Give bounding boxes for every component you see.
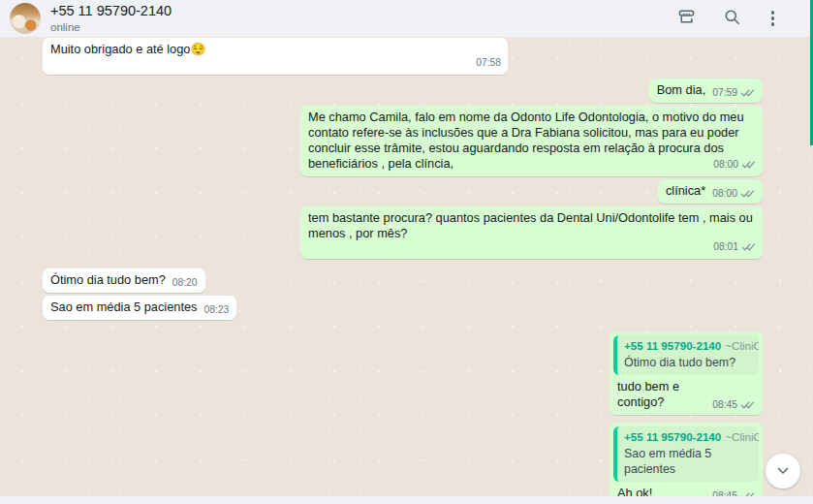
message-text: tem bastante procura? quantos pacientes …	[308, 210, 753, 240]
incoming-message-bubble[interactable]: Ótimo dia tudo bem? 08:20	[43, 268, 205, 293]
incoming-message-bubble[interactable]: Sao em média 5 pacientes 08:23	[43, 296, 236, 320]
message-meta: 08:01	[713, 239, 756, 255]
message-meta: 08:20	[172, 275, 198, 291]
message-list: Muito obrigado e até logo😌 07:58 Bom dia…	[0, 37, 813, 496]
message-row: Me chamo Camila, falo em nome da Odonto …	[43, 106, 763, 176]
message-text: Sao em média 5 pacientes	[50, 299, 198, 315]
message-meta: 08:45	[712, 397, 755, 413]
search-icon	[723, 8, 742, 30]
chevron-down-icon	[773, 460, 793, 483]
menu-button[interactable]	[766, 9, 780, 27]
message-row: +55 11 95790-2140~CliniCler Sao em média…	[43, 423, 763, 496]
delivered-ticks-icon	[741, 158, 756, 173]
message-time: 08:00	[713, 157, 738, 173]
quote-header: +55 11 95790-2140~CliniCler	[624, 339, 752, 353]
message-time: 07:58	[476, 55, 501, 71]
message-time: 07:59	[712, 85, 737, 101]
quote-author-suffix: ~CliniCler	[725, 339, 759, 352]
kebab-menu-icon	[771, 11, 774, 25]
message-time: 08:23	[204, 302, 230, 318]
outgoing-message-bubble[interactable]: tem bastante procura? quantos pacientes …	[300, 206, 763, 259]
message-time: 08:45	[712, 397, 737, 413]
whatsapp-chat-window: +55 11 95790-2140 online	[0, 0, 813, 504]
quote-header: +55 11 95790-2140~CliniCler	[624, 430, 752, 444]
outgoing-message-bubble[interactable]: Bom dia, 07:59	[649, 79, 763, 103]
message-meta: 08:00	[713, 157, 756, 173]
delivered-ticks-icon	[740, 489, 755, 497]
message-time: 08:00	[712, 186, 737, 202]
message-text: clínica*	[666, 183, 705, 199]
message-text: Ótimo dia tudo bem?	[50, 272, 166, 288]
contact-meta: +55 11 95790-2140 online	[50, 4, 172, 34]
delivered-ticks-icon	[740, 86, 755, 102]
message-meta: 08:45	[712, 488, 755, 496]
message-text: Muito obrigado e até logo😌	[50, 42, 205, 56]
delivered-ticks-icon	[740, 187, 755, 203]
message-meta: 08:23	[204, 302, 230, 318]
message-row: Muito obrigado e até logo😌 07:58	[43, 38, 763, 75]
outgoing-message-bubble[interactable]: clínica* 08:00	[658, 179, 763, 204]
quote-text: Sao em média 5 pacientes	[624, 446, 752, 477]
quote-author: +55 11 95790-2140	[624, 430, 721, 443]
delivered-ticks-icon	[740, 398, 755, 414]
message-text: Ah ok!	[617, 486, 652, 496]
storefront-icon	[675, 6, 698, 31]
quote-author: +55 11 95790-2140	[624, 339, 721, 352]
message-time: 08:45	[712, 488, 737, 496]
header-actions	[673, 4, 794, 33]
message-row: +55 11 95790-2140~CliniCler Ótimo dia tu…	[43, 331, 763, 415]
contact-header[interactable]: +55 11 95790-2140 online	[10, 3, 673, 34]
message-meta: 07:58	[476, 55, 501, 71]
message-time: 08:20	[172, 275, 198, 291]
quote-text: Ótimo dia tudo bem?	[624, 355, 752, 370]
quoted-message[interactable]: +55 11 95790-2140~CliniCler Ótimo dia tu…	[613, 335, 759, 375]
storefront-catalog-button[interactable]	[673, 4, 700, 33]
message-text: Bom dia,	[657, 82, 706, 98]
quote-author-suffix: ~CliniCler	[725, 430, 759, 443]
contact-avatar[interactable]	[10, 3, 41, 34]
message-row: Ótimo dia tudo bem? 08:20	[43, 268, 763, 293]
message-meta: 08:00	[712, 186, 755, 202]
message-meta: 07:59	[712, 85, 755, 101]
contact-name: +55 11 95790-2140	[50, 4, 172, 19]
message-time: 08:01	[713, 239, 738, 255]
message-text: tudo bem e contigo?	[617, 379, 706, 410]
composer-bar-edge	[0, 496, 813, 504]
message-row: clínica* 08:00	[43, 179, 763, 204]
delivered-ticks-icon	[741, 240, 756, 256]
message-row: Sao em média 5 pacientes 08:23	[43, 296, 763, 320]
contact-status: online	[50, 21, 172, 34]
search-button[interactable]	[721, 6, 744, 32]
message-text: Me chamo Camila, falo em nome da Odonto …	[308, 110, 744, 171]
outgoing-message-bubble[interactable]: +55 11 95790-2140~CliniCler Sao em média…	[610, 423, 763, 496]
chat-header: +55 11 95790-2140 online	[0, 0, 813, 37]
quoted-message[interactable]: +55 11 95790-2140~CliniCler Sao em média…	[613, 426, 759, 482]
outgoing-message-bubble[interactable]: Me chamo Camila, falo em nome da Odonto …	[300, 106, 763, 176]
outgoing-message-bubble[interactable]: +55 11 95790-2140~CliniCler Ótimo dia tu…	[610, 331, 763, 415]
message-row: Bom dia, 07:59	[43, 79, 763, 103]
incoming-message-bubble[interactable]: Muito obrigado e até logo😌 07:58	[43, 38, 508, 75]
scroll-to-bottom-button[interactable]	[766, 454, 800, 488]
message-row: tem bastante procura? quantos pacientes …	[43, 206, 763, 259]
